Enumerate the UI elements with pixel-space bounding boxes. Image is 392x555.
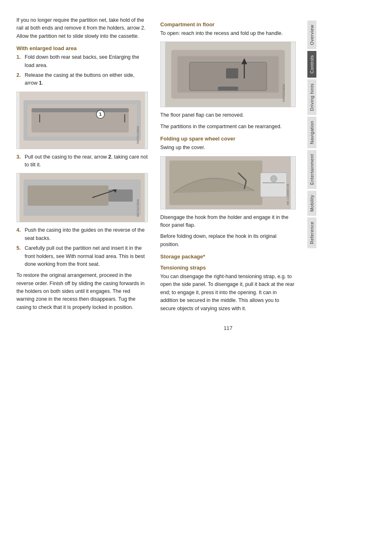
- right-column: Compartment in floor To open: reach into…: [156, 16, 296, 539]
- sidebar-tab-entertainment[interactable]: Entertainment: [307, 150, 316, 189]
- step-2-text: Release the casing at the buttons on eit…: [25, 71, 148, 88]
- svg-text:0W7G31383A: 0W7G31383A: [282, 84, 285, 102]
- folding-spare-wheel-heading: Folding up spare wheel cover: [160, 136, 296, 142]
- restore-text: To restore the original arrangement, pro…: [16, 272, 148, 311]
- svg-text:0W7G11383A: 0W7G11383A: [136, 126, 139, 144]
- tensioning-straps-heading: Tensioning straps: [160, 265, 296, 271]
- step-3: 3. Pull out the casing to the rear, arro…: [16, 153, 148, 169]
- image-spare-wheel-cover: WE-C329803-5A: [160, 156, 296, 210]
- sidebar-tab-controls[interactable]: Controls: [307, 51, 316, 78]
- sidebar-tab-mobility[interactable]: Mobility: [307, 191, 316, 216]
- svg-rect-21: [218, 87, 238, 91]
- sidebar: Overview Controls Driving hints Navigati…: [296, 16, 316, 539]
- step-2: 2. Release the casing at the buttons on …: [16, 71, 148, 88]
- step-3-text: Pull out the casing to the rear, arrow 2…: [25, 153, 148, 169]
- svg-rect-12: [28, 186, 108, 206]
- intro-text: If you no longer require the partition n…: [16, 16, 148, 40]
- hook-fold-text: Before folding down, replace the hook in…: [160, 233, 296, 249]
- section-with-enlarged-heading: With enlarged load area: [16, 45, 148, 51]
- sidebar-tab-reference[interactable]: Reference: [307, 217, 316, 248]
- step-5-num: 5.: [16, 244, 22, 268]
- svg-text:0W7G21383A: 0W7G21383A: [136, 199, 139, 217]
- compartment-floor-heading: Compartment in floor: [160, 21, 296, 28]
- steps-list-2: 3. Pull out the casing to the rear, arro…: [16, 153, 148, 169]
- sidebar-tab-driving-hints[interactable]: Driving hints: [307, 79, 316, 115]
- svg-point-32: [270, 175, 277, 182]
- step-3-num: 3.: [16, 153, 22, 169]
- image-compartment-floor: 0W7G31383A: [160, 41, 296, 107]
- hook-disengage-text: Disengage the hook from the holder and e…: [160, 214, 296, 230]
- step-1: 1. Fold down both rear seat backs, see E…: [16, 53, 148, 69]
- svg-rect-4: [32, 108, 129, 112]
- storage-package-heading: Storage package*: [160, 253, 296, 260]
- steps-list: 1. Fold down both rear seat backs, see E…: [16, 53, 148, 88]
- svg-text:WE-C329803-5A: WE-C329803-5A: [286, 183, 289, 205]
- swing-up-text: Swing up the cover.: [160, 144, 296, 152]
- step-1-num: 1.: [16, 53, 22, 69]
- step-5: 5. Carefully pull out the partition net …: [16, 244, 148, 268]
- image-casing-pull: 0W7G21383A: [16, 173, 148, 222]
- tensioning-straps-text: You can disengage the right-hand tension…: [160, 273, 296, 313]
- steps-list-3: 4. Push the casing into the guides on th…: [16, 226, 148, 268]
- step-2-num: 2.: [16, 71, 22, 88]
- step-5-text: Carefully pull out the partition net and…: [25, 244, 148, 268]
- svg-rect-24: [226, 69, 238, 79]
- sidebar-tab-navigation[interactable]: Navigation: [307, 117, 316, 148]
- step-4: 4. Push the casing into the guides on th…: [16, 226, 148, 242]
- sidebar-tab-overview[interactable]: Overview: [307, 21, 316, 49]
- left-column: If you no longer require the partition n…: [16, 16, 156, 539]
- image-casing-buttons: 1 0W7G11383A: [16, 92, 148, 149]
- floor-panel-note1: The floor panel flap can be removed.: [160, 111, 296, 119]
- step-4-text: Push the casing into the guides on the r…: [25, 226, 148, 242]
- step-1-text: Fold down both rear seat backs, see Enla…: [25, 53, 148, 69]
- page-number: 117: [160, 325, 296, 331]
- compartment-open-text: To open: reach into the recess and fold …: [160, 30, 296, 37]
- svg-text:1: 1: [99, 111, 102, 117]
- main-content: If you no longer require the partition n…: [0, 0, 392, 555]
- step-4-num: 4.: [16, 226, 22, 242]
- floor-panel-note2: The partitions in the compartment can be…: [160, 123, 296, 131]
